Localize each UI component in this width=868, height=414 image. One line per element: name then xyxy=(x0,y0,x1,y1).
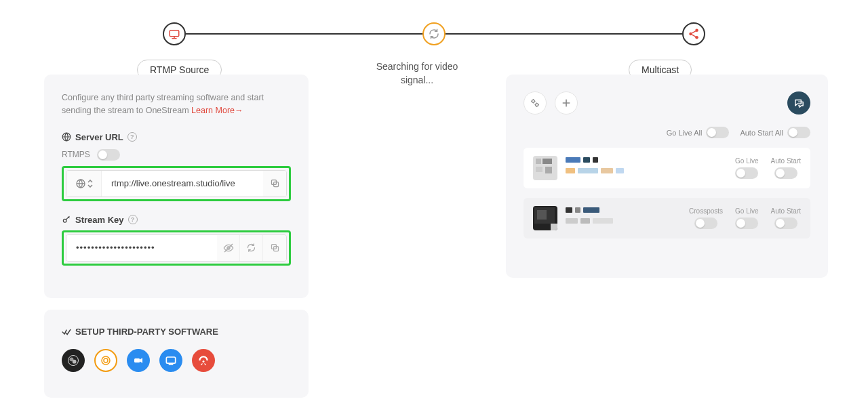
dest-go-live-toggle[interactable] xyxy=(735,218,758,229)
zoom-icon[interactable] xyxy=(127,349,150,372)
streamlabs-icon[interactable] xyxy=(94,349,117,372)
chat-button[interactable] xyxy=(787,91,810,115)
auto-start-all-label: Auto Start All xyxy=(740,129,783,137)
destination-avatar xyxy=(533,156,557,180)
stream-key-input[interactable]: ••••••••••••••••••••• xyxy=(66,235,217,261)
destination-row: Go Live Auto Start xyxy=(524,148,810,188)
server-url-highlight xyxy=(62,166,291,201)
auto-start-all-toggle[interactable] xyxy=(787,127,810,138)
xsplit-icon[interactable] xyxy=(159,349,182,372)
step-multicast[interactable] xyxy=(682,22,705,45)
rtmp-source-card: Configure any third party streaming soft… xyxy=(44,75,309,298)
dest-auto-start-toggle[interactable] xyxy=(774,167,797,179)
stream-key-label-text: Stream Key xyxy=(75,215,124,225)
step-label-searching: Searching for video signal... xyxy=(366,60,468,87)
svg-point-19 xyxy=(203,360,205,363)
copy-icon xyxy=(270,178,280,188)
go-live-all-label: Go Live All xyxy=(667,129,703,137)
globe-icon xyxy=(62,132,71,142)
auto-start-label: Auto Start xyxy=(771,157,801,165)
go-live-label: Go Live xyxy=(735,157,758,165)
chevron-updown-icon xyxy=(87,180,93,188)
step-searching xyxy=(422,22,446,45)
rtmp-desc: Configure any third party streaming soft… xyxy=(62,91,291,117)
multicast-card: Go Live All Auto Start All Go Live Auto … xyxy=(506,75,828,278)
check-icon xyxy=(62,327,71,337)
key-icon xyxy=(62,215,71,224)
svg-point-14 xyxy=(73,360,77,364)
copy-server-url-button[interactable] xyxy=(263,171,286,196)
auto-start-label: Auto Start xyxy=(771,207,801,215)
wirecast-icon[interactable] xyxy=(192,349,215,372)
gears-icon xyxy=(530,98,540,108)
learn-more-link[interactable]: Learn More→ xyxy=(191,106,243,115)
rtmps-label: RTMPS xyxy=(62,150,90,159)
dest-crossposts-toggle[interactable] xyxy=(694,218,717,229)
svg-rect-17 xyxy=(134,358,140,363)
reveal-key-button[interactable] xyxy=(217,235,240,261)
svg-point-15 xyxy=(102,356,110,365)
destination-row: Crossposts Go Live Auto Start xyxy=(524,198,810,239)
stream-key-highlight: ••••••••••••••••••••• xyxy=(62,230,291,266)
destination-avatar xyxy=(533,206,557,230)
destination-info xyxy=(566,157,735,179)
regenerate-key-button[interactable] xyxy=(240,235,263,261)
obs-icon[interactable] xyxy=(62,349,85,372)
destination-info xyxy=(566,207,689,229)
chat-icon xyxy=(793,98,805,109)
crossposts-label: Crossposts xyxy=(689,207,723,215)
help-icon[interactable]: ? xyxy=(128,215,138,224)
server-url-label: Server URL ? xyxy=(62,132,291,142)
svg-rect-18 xyxy=(166,357,175,363)
stream-key-label: Stream Key ? xyxy=(62,215,291,225)
svg-point-20 xyxy=(532,100,534,102)
dest-go-live-toggle[interactable] xyxy=(735,167,758,179)
go-live-label: Go Live xyxy=(735,207,758,215)
server-url-input[interactable] xyxy=(102,171,263,196)
copy-key-button[interactable] xyxy=(263,235,286,261)
rtmps-toggle[interactable] xyxy=(97,149,120,161)
third-party-title: SETUP THIRD-PARTY SOFTWARE xyxy=(75,327,218,337)
add-destination-button[interactable] xyxy=(555,91,578,115)
server-region-selector[interactable] xyxy=(66,171,102,196)
plus-icon xyxy=(561,98,572,108)
dest-auto-start-toggle[interactable] xyxy=(774,218,797,229)
copy-icon xyxy=(270,243,280,253)
third-party-card: SETUP THIRD-PARTY SOFTWARE xyxy=(44,310,309,398)
svg-point-2 xyxy=(689,33,692,36)
go-live-all-toggle[interactable] xyxy=(706,127,729,138)
settings-button[interactable] xyxy=(524,91,547,115)
help-icon[interactable]: ? xyxy=(127,132,137,142)
eye-off-icon xyxy=(223,243,234,253)
svg-point-21 xyxy=(536,104,538,106)
svg-point-16 xyxy=(104,358,108,363)
server-url-label-text: Server URL xyxy=(75,132,123,142)
svg-rect-0 xyxy=(170,30,179,37)
step-rtmp-source[interactable] xyxy=(163,22,186,45)
refresh-icon xyxy=(246,243,256,253)
